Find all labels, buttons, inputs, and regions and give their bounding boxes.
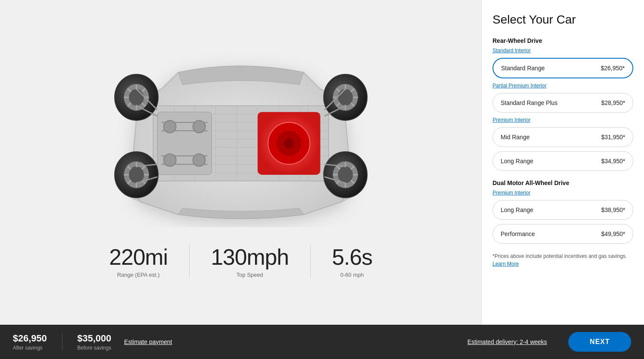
car-image-container xyxy=(70,47,412,227)
svg-point-30 xyxy=(193,154,205,166)
svg-point-29 xyxy=(163,154,176,166)
before-savings-label: Before savings xyxy=(77,345,112,351)
price-before-savings-group: $35,000 Before savings xyxy=(77,333,112,351)
drive-type-rwd: Rear-Wheel Drive xyxy=(493,37,633,44)
svg-point-28 xyxy=(193,120,205,132)
performance-price: $49,950* xyxy=(601,230,625,237)
standard-interior-label[interactable]: Standard Interior xyxy=(493,48,633,54)
svg-point-21 xyxy=(284,138,294,148)
long-range-rwd-option[interactable]: Long Range $34,950* xyxy=(493,151,633,171)
mid-range-price: $31,950* xyxy=(601,134,625,141)
standard-range-name: Standard Range xyxy=(501,65,545,72)
car-image xyxy=(91,47,391,227)
stat-speed-value: 130mph xyxy=(211,244,289,270)
partial-premium-interior-group: Partial Premium Interior Standard Range … xyxy=(493,83,633,113)
rear-wheel-drive-section: Rear-Wheel Drive Standard Interior Stand… xyxy=(493,37,633,171)
standard-range-plus-price: $28,950* xyxy=(601,99,625,106)
standard-interior-group: Standard Interior Standard Range $26,950… xyxy=(493,48,633,78)
stats-row: 220mi Range (EPA est.) 130mph Top Speed … xyxy=(88,244,394,278)
drive-type-awd: Dual Motor All-Wheel Drive xyxy=(493,180,633,186)
long-range-rwd-name: Long Range xyxy=(501,158,533,165)
awd-section: Dual Motor All-Wheel Drive Premium Inter… xyxy=(493,180,633,244)
stat-speed-label: Top Speed xyxy=(211,272,289,278)
price-before-savings-value: $35,000 xyxy=(77,333,112,344)
stat-speed: 130mph Top Speed xyxy=(190,244,311,278)
learn-more-link[interactable]: Learn More xyxy=(493,261,519,267)
standard-range-plus-name: Standard Range Plus xyxy=(501,99,558,106)
premium-interior-group-rwd: Premium Interior Mid Range $31,950* Long… xyxy=(493,117,633,171)
performance-name: Performance xyxy=(501,230,535,237)
stat-range-value: 220mi xyxy=(109,244,168,270)
left-panel: 220mi Range (EPA est.) 130mph Top Speed … xyxy=(0,0,481,325)
stat-range-label: Range (EPA est.) xyxy=(109,272,168,278)
price-after-savings-group: $26,950 After savings xyxy=(13,333,47,351)
standard-range-option[interactable]: Standard Range $26,950* xyxy=(493,58,633,78)
disclaimer: *Prices above include potential incentiv… xyxy=(493,252,633,268)
long-range-awd-option[interactable]: Long Range $38,950* xyxy=(493,200,633,220)
stat-accel-value: 5.6s xyxy=(332,244,372,270)
price-divider xyxy=(62,333,62,350)
awd-premium-interior-label[interactable]: Premium Interior xyxy=(493,190,633,196)
standard-range-price: $26,950* xyxy=(601,65,625,72)
long-range-awd-price: $38,950* xyxy=(601,206,625,213)
stat-range: 220mi Range (EPA est.) xyxy=(88,244,190,278)
next-button[interactable]: NEXT xyxy=(568,332,631,352)
stat-acceleration: 5.6s 0-60 mph xyxy=(311,244,394,278)
svg-rect-22 xyxy=(157,112,211,175)
right-panel: Select Your Car Rear-Wheel Drive Standar… xyxy=(481,0,644,325)
price-after-savings-value: $26,950 xyxy=(13,333,47,344)
performance-option[interactable]: Performance $49,950* xyxy=(493,224,633,244)
mid-range-name: Mid Range xyxy=(501,134,530,141)
after-savings-label: After savings xyxy=(13,345,47,351)
standard-range-plus-option[interactable]: Standard Range Plus $28,950* xyxy=(493,93,633,113)
long-range-awd-name: Long Range xyxy=(501,206,533,213)
bottom-bar: $26,950 After savings $35,000 Before sav… xyxy=(0,325,644,359)
panel-title: Select Your Car xyxy=(493,13,633,27)
premium-interior-group-awd: Premium Interior Long Range $38,950* Per… xyxy=(493,190,633,244)
svg-point-27 xyxy=(163,120,176,132)
estimate-payment-link[interactable]: Estimate payment xyxy=(124,338,172,345)
delivery-estimate-link[interactable]: Estimated delivery: 2-4 weeks xyxy=(467,338,547,345)
long-range-rwd-price: $34,950* xyxy=(601,158,625,165)
mid-range-option[interactable]: Mid Range $31,950* xyxy=(493,127,633,147)
partial-premium-interior-label[interactable]: Partial Premium Interior xyxy=(493,83,633,89)
premium-interior-label[interactable]: Premium Interior xyxy=(493,117,633,123)
stat-accel-label: 0-60 mph xyxy=(332,272,372,278)
